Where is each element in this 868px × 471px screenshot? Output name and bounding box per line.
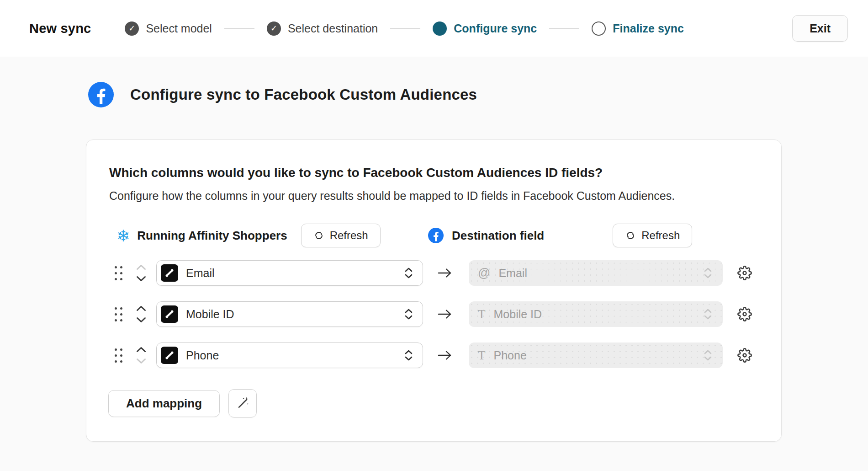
- model-column-icon: [161, 264, 178, 282]
- step-complete-check-icon: [267, 21, 281, 36]
- move-up-icon: [136, 264, 146, 270]
- source-column-label: Phone: [186, 349, 405, 362]
- destination-column-header: Destination field Refresh: [428, 224, 692, 247]
- source-column-label: Mobile ID: [186, 308, 405, 321]
- refresh-source-button[interactable]: Refresh: [301, 224, 381, 247]
- facebook-icon: [88, 82, 114, 107]
- step-complete-check-icon: [125, 21, 139, 36]
- auto-map-button[interactable]: [228, 389, 257, 417]
- source-column-header: ❄ Running Affinity Shoppers Refresh: [86, 224, 428, 247]
- at-icon: @: [478, 267, 490, 279]
- arrow-right-icon: [437, 267, 453, 279]
- mapping-row: Mobile ID T Mobile ID: [86, 301, 781, 327]
- destination-field-label: Phone: [494, 349, 704, 362]
- mapping-row: Email @ Email: [86, 260, 781, 286]
- destination-field-select: T Phone: [469, 343, 723, 368]
- drag-handle-icon[interactable]: [115, 307, 122, 321]
- exit-button[interactable]: Exit: [792, 15, 848, 42]
- model-column-icon: [161, 305, 178, 323]
- select-chevrons-icon: [405, 350, 413, 361]
- page-title: Configure sync to Facebook Custom Audien…: [130, 86, 477, 103]
- select-chevrons-icon: [704, 268, 712, 278]
- step-configure-sync[interactable]: Configure sync: [433, 21, 537, 36]
- mapping-rows: Email @ Email: [86, 260, 781, 368]
- refresh-icon: [313, 230, 324, 241]
- step-connector: [224, 28, 254, 29]
- move-up-icon[interactable]: [136, 305, 146, 311]
- text-type-icon: T: [478, 349, 486, 362]
- column-headers: ❄ Running Affinity Shoppers Refresh Dest…: [86, 224, 781, 247]
- add-mapping-button[interactable]: Add mapping: [108, 390, 220, 417]
- select-chevrons-icon: [405, 309, 413, 320]
- source-column-select[interactable]: Email: [156, 260, 423, 286]
- refresh-icon: [625, 230, 636, 241]
- snowflake-icon: ❄: [116, 228, 130, 244]
- step-current-dot-icon: [433, 21, 447, 36]
- select-chevrons-icon: [405, 268, 413, 278]
- source-column-select[interactable]: Phone: [156, 343, 423, 368]
- step-upcoming-circle-icon: [592, 21, 606, 36]
- arrow-right-icon: [437, 349, 453, 361]
- step-select-model[interactable]: Select model: [125, 21, 212, 36]
- mapping-card: Which columns would you like to sync to …: [86, 139, 782, 442]
- field-settings-gear-icon[interactable]: [737, 348, 752, 363]
- drag-handle-icon[interactable]: [115, 266, 122, 280]
- step-select-destination[interactable]: Select destination: [267, 21, 378, 36]
- field-settings-gear-icon[interactable]: [737, 266, 752, 280]
- select-chevrons-icon: [704, 309, 712, 320]
- magic-wand-icon: [235, 396, 250, 411]
- destination-field-label: Mobile ID: [494, 308, 704, 321]
- drag-handle-icon[interactable]: [115, 348, 122, 363]
- card-heading: Which columns would you like to sync to …: [109, 166, 754, 180]
- wizard-header: New sync Select model Select destination…: [0, 0, 868, 57]
- text-type-icon: T: [478, 308, 486, 321]
- arrow-right-icon: [437, 308, 453, 320]
- facebook-icon: [428, 228, 444, 243]
- select-chevrons-icon: [704, 350, 712, 361]
- field-settings-gear-icon[interactable]: [737, 307, 752, 321]
- destination-field-label: Email: [498, 267, 704, 280]
- step-finalize-sync[interactable]: Finalize sync: [592, 21, 684, 36]
- model-column-icon: [161, 347, 178, 364]
- destination-field-select: T Mobile ID: [469, 301, 723, 327]
- move-up-icon[interactable]: [136, 347, 146, 353]
- mapping-row: Phone T Phone: [86, 343, 781, 368]
- stepper: Select model Select destination Configur…: [125, 21, 684, 36]
- move-down-icon[interactable]: [136, 276, 146, 282]
- source-model-name: Running Affinity Shoppers: [137, 229, 287, 243]
- refresh-destination-button[interactable]: Refresh: [613, 224, 692, 247]
- move-down-icon[interactable]: [136, 317, 146, 323]
- source-column-select[interactable]: Mobile ID: [156, 301, 423, 327]
- source-column-label: Email: [186, 267, 405, 280]
- page-header: Configure sync to Facebook Custom Audien…: [88, 82, 868, 107]
- wizard-title: New sync: [29, 21, 91, 36]
- destination-field-title: Destination field: [452, 229, 544, 243]
- move-down-icon: [136, 358, 146, 364]
- step-connector: [549, 28, 579, 29]
- destination-field-select: @ Email: [469, 260, 723, 286]
- step-connector: [390, 28, 420, 29]
- card-subheading: Configure how the columns in your query …: [109, 189, 754, 203]
- card-actions: Add mapping: [108, 389, 781, 417]
